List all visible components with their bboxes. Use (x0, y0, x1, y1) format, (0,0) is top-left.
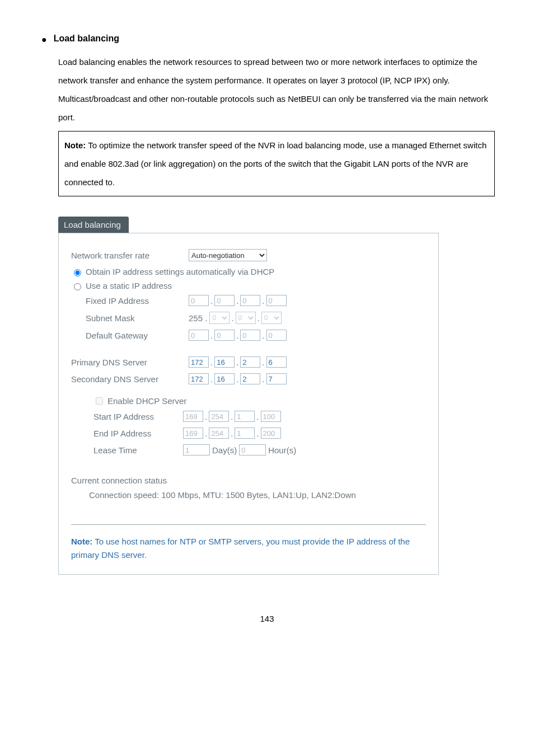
start-ip-2[interactable] (235, 411, 255, 422)
note-body: To optimize the network transfer speed o… (64, 140, 486, 187)
pdns-row: Primary DNS Server . . . (71, 356, 426, 368)
subnet-label: Subnet Mask (86, 313, 189, 323)
gateway-row: Default Gateway . . . (71, 330, 426, 341)
start-ip-group: . . . (183, 411, 281, 422)
end-ip-label: End IP Address (93, 429, 183, 438)
pdns-0[interactable] (189, 356, 209, 368)
radio-dhcp-label: Obtain IP address settings automatically… (86, 267, 274, 276)
end-ip-group: . . . (183, 428, 281, 439)
gateway-label: Default Gateway (86, 331, 189, 340)
pdns-2[interactable] (240, 356, 260, 368)
lease-days-unit: Day(s) (212, 445, 237, 455)
fixed-ip-group: . . . (189, 295, 287, 306)
sdns-row: Secondary DNS Server . . . (71, 373, 426, 384)
lease-label: Lease Time (93, 445, 183, 455)
subnet-prefix: 255 . (189, 313, 207, 323)
subnet-1[interactable]: 0 (236, 312, 256, 324)
start-ip-1[interactable] (209, 411, 229, 422)
radio-dhcp-row[interactable]: Obtain IP address settings automatically… (71, 267, 426, 276)
start-ip-label: Start IP Address (93, 412, 183, 421)
radio-static-row[interactable]: Use a static IP address (71, 281, 426, 290)
gateway-1[interactable] (214, 330, 235, 341)
end-ip-row: End IP Address . . . (93, 428, 426, 439)
page-number: 143 (39, 614, 495, 623)
connection-status-block: Current connection status Connection spe… (71, 476, 426, 502)
bottom-note-label: Note: (71, 537, 92, 546)
gateway-3[interactable] (266, 330, 287, 341)
gateway-group: . . . (189, 330, 287, 341)
lease-hours-unit: Hour(s) (268, 445, 296, 455)
pdns-3[interactable] (266, 356, 287, 368)
dhcp-server-block: Enable DHCP Server Start IP Address . . … (93, 396, 426, 456)
gateway-0[interactable] (189, 330, 209, 341)
network-transfer-rate-row: Network transfer rate Auto-negotiation (71, 249, 426, 261)
fixed-ip-1[interactable] (214, 295, 235, 306)
separator (71, 524, 426, 525)
sdns-group: . . . (189, 373, 287, 384)
settings-panel: Network transfer rate Auto-negotiation O… (58, 233, 439, 575)
bottom-note-body: To use host names for NTP or SMTP server… (71, 537, 410, 560)
bullet-icon: ● (41, 34, 47, 46)
end-ip-3[interactable] (261, 428, 281, 439)
note-label: Note: (64, 140, 86, 150)
radio-static-label: Use a static IP address (86, 281, 172, 290)
lease-hours-input[interactable] (239, 444, 266, 456)
gateway-2[interactable] (240, 330, 260, 341)
start-ip-row: Start IP Address . . . (93, 411, 426, 422)
pdns-label: Primary DNS Server (71, 358, 189, 367)
start-ip-0[interactable] (183, 411, 203, 422)
fixed-ip-2[interactable] (240, 295, 260, 306)
enable-dhcp-row[interactable]: Enable DHCP Server (93, 396, 426, 406)
subnet-2[interactable]: 0 (261, 312, 282, 324)
lease-group: Day(s) Hour(s) (183, 444, 298, 456)
intro-paragraph: Load balancing enables the network resou… (58, 53, 495, 126)
heading-text: Load balancing (54, 34, 119, 44)
end-ip-1[interactable] (209, 428, 229, 439)
status-text: Connection speed: 100 Mbps, MTU: 1500 By… (89, 489, 426, 502)
sdns-label: Secondary DNS Server (71, 374, 189, 384)
start-ip-3[interactable] (261, 411, 281, 422)
ntr-label: Network transfer rate (71, 251, 189, 260)
radio-static[interactable] (74, 283, 81, 290)
settings-panel-container: Load balancing Network transfer rate Aut… (58, 217, 439, 575)
section-heading: ● Load balancing (39, 34, 495, 46)
sdns-2[interactable] (240, 373, 260, 384)
subnet-0[interactable]: 0 (209, 312, 229, 324)
sdns-0[interactable] (189, 373, 209, 384)
subnet-group: 255 . 0. 0. 0 (189, 312, 282, 324)
subnet-row: Subnet Mask 255 . 0. 0. 0 (71, 312, 426, 324)
sdns-3[interactable] (266, 373, 287, 384)
panel-tab[interactable]: Load balancing (58, 217, 129, 233)
status-heading: Current connection status (71, 476, 426, 485)
fixed-ip-0[interactable] (189, 295, 209, 306)
pdns-group: . . . (189, 356, 287, 368)
enable-dhcp-checkbox[interactable] (96, 397, 103, 405)
fixed-ip-3[interactable] (266, 295, 287, 306)
enable-dhcp-label: Enable DHCP Server (107, 396, 186, 406)
fixed-ip-row: Fixed IP Address . . . (71, 295, 426, 306)
sdns-1[interactable] (214, 373, 235, 384)
panel-bottom-note: Note: To use host names for NTP or SMTP … (71, 535, 426, 562)
ntr-select[interactable]: Auto-negotiation (189, 249, 267, 261)
lease-time-row: Lease Time Day(s) Hour(s) (93, 444, 426, 456)
lease-days-input[interactable] (183, 444, 210, 456)
end-ip-0[interactable] (183, 428, 203, 439)
note-box: Note: To optimize the network transfer s… (58, 131, 495, 196)
pdns-1[interactable] (214, 356, 235, 368)
end-ip-2[interactable] (235, 428, 255, 439)
radio-dhcp[interactable] (74, 269, 81, 276)
fixed-ip-label: Fixed IP Address (86, 296, 189, 306)
